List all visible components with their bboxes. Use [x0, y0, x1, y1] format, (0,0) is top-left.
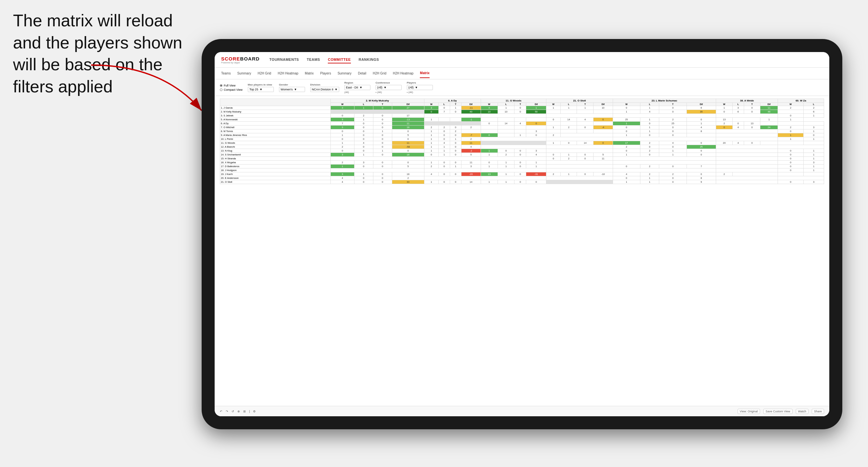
- chevron-down-icon: ▼: [259, 88, 262, 91]
- subnav-detail[interactable]: Detail: [358, 69, 367, 78]
- undo-icon[interactable]: ↶: [220, 410, 222, 413]
- tablet-screen: SCOREBOARD Powered by clippd TOURNAMENTS…: [215, 52, 829, 416]
- table-row: 7. O Mitchell 30018 2202 120-4 0104 0402…: [220, 126, 824, 129]
- table-row: 16. X Mcgaha 2300 10011 0101 03: [220, 161, 824, 164]
- gender-label: Gender: [279, 83, 305, 86]
- conference-label: Conference: [376, 81, 402, 84]
- full-view-label: Full View: [224, 84, 236, 87]
- player-name: 8. M Torres: [220, 129, 331, 133]
- max-players-select[interactable]: Top 25 ▼: [248, 87, 274, 92]
- players-label: Players: [407, 81, 433, 84]
- subnav-h2h-heatmap[interactable]: H2H Heatmap: [278, 69, 298, 78]
- players-filter: Players (All) ▼ • (All): [407, 81, 433, 94]
- zoom-icon[interactable]: ⊕: [238, 410, 240, 413]
- player-name: 12. A Bianchi: [220, 145, 331, 149]
- table-row: 11. G Woods 14011 14011 10140 17240 2040: [220, 141, 824, 145]
- wlt-t5: T: [659, 103, 686, 106]
- players-select[interactable]: (All) ▼: [407, 85, 433, 90]
- wlt-d3: Dif: [526, 103, 546, 106]
- full-view-option[interactable]: Full View: [220, 84, 243, 87]
- gender-filter: Gender Women's ▼: [279, 83, 305, 92]
- share-button[interactable]: Share: [812, 409, 824, 414]
- view-original-button[interactable]: View: Original: [738, 409, 760, 414]
- compact-view-option[interactable]: Compact View: [220, 88, 243, 91]
- table-row: 8. M Torres 0010 102 3 0108 01: [220, 129, 824, 133]
- region-select[interactable]: East - DII ▼: [344, 85, 370, 90]
- wlt-t1: T: [373, 103, 392, 106]
- full-view-radio[interactable]: [220, 84, 222, 87]
- wlt-t3: T: [515, 103, 526, 106]
- watch-button[interactable]: Watch: [796, 409, 808, 414]
- logo-area: SCOREBOARD Powered by clippd: [221, 56, 259, 64]
- matrix-container[interactable]: 2. M Kelly Mulcahy 6. A Dy 11. G Woods 2…: [215, 96, 829, 406]
- division-select[interactable]: NCAA Division II ▼: [310, 87, 339, 92]
- wlt-l6: L: [733, 103, 744, 106]
- region-label: Region: [344, 81, 370, 84]
- matrix-area: 2. M Kelly Mulcahy 6. A Dy 11. G Woods 2…: [215, 96, 829, 187]
- wlt-w6: W: [716, 103, 733, 106]
- subnav-h2h-grid2[interactable]: H2H Grid: [373, 69, 386, 78]
- col-player-5: 23. L Marie Schumac: [613, 99, 716, 103]
- table-row: 2. M Kelly Mulcahy 07040 1010050 14035 0…: [220, 110, 824, 114]
- col-player-2: 6. A Dy: [424, 99, 480, 103]
- subnav-summary[interactable]: Summary: [237, 69, 251, 78]
- table-row: 3. S Jelinek 02017 01: [220, 114, 824, 118]
- wlt-w1: W: [331, 103, 354, 106]
- player-name: 6. A Dy: [220, 122, 331, 126]
- gender-select[interactable]: Women's ▼: [279, 87, 305, 92]
- player-name: 9. A Maria Jimenez Rios: [220, 133, 331, 137]
- wlt-l1: L: [354, 103, 373, 106]
- table-row: 10. L Perini 0000 1012 11: [220, 137, 824, 141]
- player-name: 19. J Karrh: [220, 173, 331, 176]
- table-row: 19. J Karrh 31018 400-20 1310-31 210-10 …: [220, 173, 824, 176]
- subnav-players[interactable]: Players: [320, 69, 331, 78]
- wlt-l2: L: [438, 103, 450, 106]
- table-row: 17. D Ballesteros 1005 2013 1101 0207 01: [220, 164, 824, 168]
- wlt-d4: Dif: [593, 103, 613, 106]
- subnav-matrix2[interactable]: Matrix: [420, 69, 429, 78]
- subnav-matrix[interactable]: Matrix: [305, 69, 313, 78]
- col-player-7: 60. W Za: [778, 99, 824, 103]
- nav-teams[interactable]: TEAMS: [307, 56, 320, 63]
- table-row: 13. N Klug 0010 110-2 1003 0210 01: [220, 149, 824, 153]
- player-name: 10. L Perini: [220, 137, 331, 141]
- toolbar-left: ↶ ↷ ↺ ⊕ ⊞ | ⚙: [220, 410, 256, 413]
- player-name: 7. O Mitchell: [220, 126, 331, 129]
- nav-rankings[interactable]: RANKINGS: [359, 56, 379, 63]
- wlt-w4: W: [546, 103, 561, 106]
- nav-committee[interactable]: COMMITTEE: [328, 56, 351, 63]
- subnav-summary2[interactable]: Summary: [338, 69, 351, 78]
- conference-select[interactable]: (All) ▼: [376, 85, 402, 90]
- nav-tournaments[interactable]: TOURNAMENTS: [269, 56, 299, 63]
- col-player-4: 21. O Stoll: [546, 99, 613, 103]
- save-custom-view-button[interactable]: Save Custom View: [763, 409, 793, 414]
- nav-links: TOURNAMENTS TEAMS COMMITTEE RANKINGS: [269, 56, 379, 63]
- wlt-d5: Dif: [686, 103, 716, 106]
- subnav-teams[interactable]: Teams: [221, 69, 230, 78]
- wlt-t4: T: [577, 103, 593, 106]
- subnav-h2h-grid[interactable]: H2H Grid: [257, 69, 271, 78]
- redo-icon[interactable]: ↷: [226, 410, 228, 413]
- matrix-table: 2. M Kelly Mulcahy 6. A Dy 11. G Woods 2…: [220, 98, 824, 184]
- table-row: 15. H Stranda 02011 01: [220, 157, 824, 161]
- sub-navigation: Teams Summary H2H Grid H2H Heatmap Matri…: [215, 68, 829, 80]
- view-options: Full View Compact View: [220, 84, 243, 91]
- chevron-down-icon: ▼: [294, 88, 297, 91]
- wlt-l3: L: [498, 103, 515, 106]
- settings-icon[interactable]: ⚙: [253, 410, 256, 413]
- division-filter: Division NCAA Division II ▼: [310, 83, 339, 92]
- compact-view-radio[interactable]: [220, 89, 222, 91]
- wlt-w2: W: [424, 103, 438, 106]
- player-name: 13. N Klug: [220, 149, 331, 153]
- player-name: 21. O Stoll: [220, 180, 331, 184]
- player-name: 11. G Woods: [220, 141, 331, 145]
- logo-title: SCOREBOARD: [221, 56, 259, 61]
- table-row: 1. J Garcia 31027 301-11 4101 11110 0106…: [220, 106, 824, 110]
- compact-view-label: Compact View: [224, 88, 243, 91]
- table-row: 12. A Bianchi 200-58 1104 20025: [220, 145, 824, 149]
- zoom-fit-icon[interactable]: ⊞: [243, 410, 246, 413]
- table-row: 14. S Srichantamit 31018 0105 1204 0105 …: [220, 153, 824, 157]
- subnav-h2h-heatmap2[interactable]: H2H Heatmap: [393, 69, 413, 78]
- refresh-icon[interactable]: ↺: [231, 410, 234, 413]
- col-player-6: 38. A Webb: [716, 99, 778, 103]
